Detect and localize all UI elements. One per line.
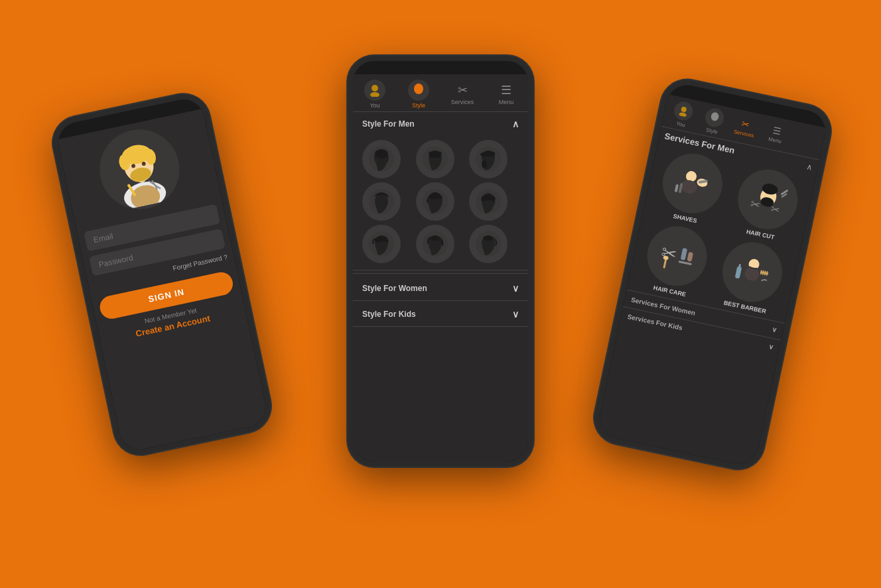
hair-grid-men — [353, 136, 528, 270]
svg-point-55 — [651, 230, 702, 280]
service-shaves[interactable]: SHAVES — [649, 147, 734, 229]
nav-item-menu[interactable]: ☰ Menu — [490, 83, 523, 105]
svg-point-37 — [681, 106, 687, 112]
kids-section-title: Style For Kids — [362, 310, 416, 319]
haircut-label: HAIR CUT — [746, 228, 775, 241]
hair-item-5[interactable] — [416, 182, 454, 221]
style-icon — [408, 80, 429, 101]
nav-right-style-label: Style — [705, 127, 718, 135]
svg-point-24 — [482, 160, 487, 168]
you-icon-right — [673, 99, 695, 121]
accordion-arrow-women: ∨ — [512, 283, 519, 294]
services-icon: ✂ — [458, 83, 468, 97]
menu-icon: ☰ — [501, 83, 511, 97]
bestbarber-circle — [717, 237, 788, 308]
hair-item-1[interactable] — [362, 140, 401, 178]
shaves-label: SHAVES — [673, 212, 698, 223]
hair-item-9[interactable] — [469, 225, 508, 263]
men-section-title: Style For Men — [362, 119, 415, 129]
phone-style: You Style ✂ Services — [348, 56, 533, 467]
accordion-women: Style For Women ∨ — [353, 276, 528, 301]
service-haircut[interactable]: ✂ ✂ HAIR CUT — [724, 162, 809, 245]
accordion-header-kids[interactable]: Style For Kids ∨ — [353, 302, 528, 326]
avatar-circle — [92, 122, 186, 216]
hair-item-7[interactable] — [362, 225, 401, 263]
phones-container: Forget Password ? SIGN IN Not a Member Y… — [42, 23, 839, 566]
divider-1 — [353, 273, 528, 274]
accordion-header-women[interactable]: Style For Women ∨ — [353, 276, 528, 300]
services-kids-arrow: ∨ — [768, 343, 774, 351]
hair-item-2[interactable] — [416, 140, 454, 178]
haircare-circle: ✂ — [642, 220, 712, 291]
svg-point-19 — [375, 149, 388, 158]
services-men-arrow: ∧ — [806, 161, 814, 172]
accordion-arrow-men: ∧ — [512, 119, 519, 129]
style-icon-right — [704, 106, 726, 128]
nav-item-services[interactable]: ✂ Services — [446, 83, 479, 105]
services-screen: You Style ✂ Services — [596, 94, 827, 467]
scissors-icon-right: ✂ — [741, 118, 751, 130]
nav-bar-center: You Style ✂ Services — [353, 74, 528, 112]
hair-item-6[interactable] — [469, 182, 508, 221]
women-section-title: Style For Women — [362, 284, 427, 293]
nav-menu-label: Menu — [499, 99, 514, 105]
style-screen: You Style ✂ Services — [353, 74, 528, 461]
you-icon — [364, 80, 385, 101]
hair-item-3[interactable] — [469, 140, 508, 178]
scroll-content: Style For Men ∧ — [353, 112, 528, 461]
nav-right-style[interactable]: Style — [697, 105, 731, 137]
login-screen: Forget Password ? SIGN IN Not a Member Y… — [57, 108, 269, 453]
services-women-arrow: ∨ — [772, 325, 778, 333]
svg-point-38 — [679, 111, 687, 117]
accordion-men: Style For Men ∧ — [353, 112, 528, 270]
phone-notch-center — [414, 61, 467, 74]
accordion-kids: Style For Kids ∨ — [353, 302, 528, 327]
service-haircare[interactable]: ✂ — [634, 219, 718, 302]
services-men-section: Services For Men ∧ — [626, 127, 819, 323]
phone-services: You Style ✂ Services — [590, 75, 836, 474]
nav-style-label: Style — [412, 102, 425, 109]
svg-point-14 — [372, 85, 378, 91]
nav-right-you[interactable]: You — [666, 99, 700, 130]
accordion-arrow-kids: ∨ — [512, 309, 519, 320]
barber-avatar-svg — [100, 127, 180, 211]
nav-item-you[interactable]: You — [358, 80, 391, 109]
nav-services-label: Services — [451, 99, 474, 105]
phone-login: Forget Password ? SIGN IN Not a Member Y… — [48, 89, 276, 459]
nav-right-menu[interactable]: ☰ Menu — [760, 123, 793, 147]
menu-icon-right: ☰ — [772, 125, 782, 137]
shaves-circle — [657, 148, 728, 219]
service-bestbarber[interactable]: BEST BARBER — [709, 235, 793, 318]
nav-right-services[interactable]: ✂ Services — [729, 116, 762, 140]
nav-you-label: You — [370, 102, 379, 109]
haircut-circle: ✂ ✂ — [732, 164, 803, 235]
nav-item-style[interactable]: Style — [402, 80, 435, 109]
nav-right-you-label: You — [675, 120, 685, 128]
svg-point-15 — [370, 92, 379, 97]
hair-item-4[interactable] — [362, 182, 401, 221]
hair-item-8[interactable] — [416, 225, 454, 263]
nav-right-services-label: Services — [733, 129, 754, 139]
accordion-header-men[interactable]: Style For Men ∧ — [353, 112, 528, 136]
